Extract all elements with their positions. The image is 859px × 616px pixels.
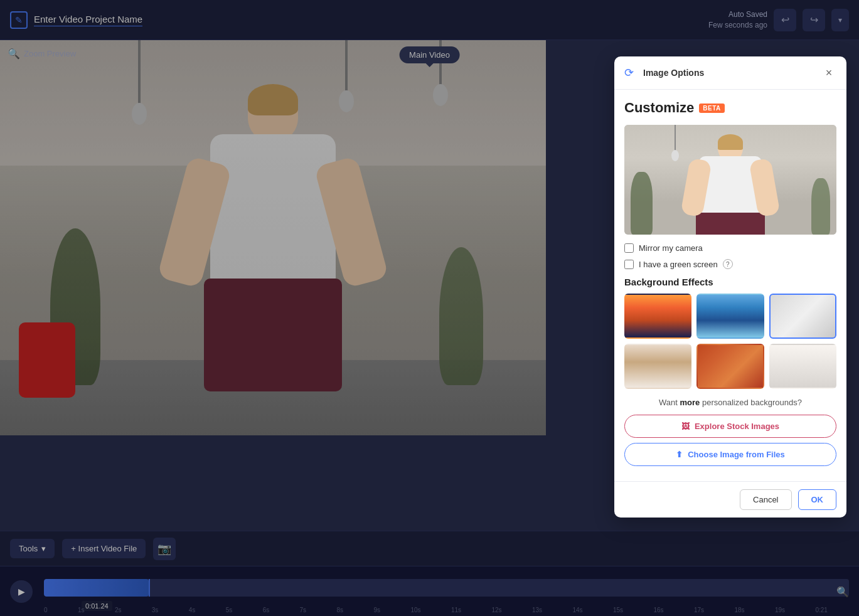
modal-body: Customize BETA (614, 90, 846, 481)
explore-icon: 🖼 (681, 422, 690, 431)
chevron-right-icon: ❯❯ (845, 283, 846, 292)
modal-close-button[interactable]: × (821, 65, 836, 80)
personalized-suffix: personalized backgrounds? (700, 398, 802, 407)
green-screen-label[interactable]: I have a green screen (639, 260, 718, 269)
modal-header-icon: ⟳ (624, 66, 638, 80)
explore-stock-button[interactable]: 🖼 Explore Stock Images (624, 415, 836, 438)
green-screen-help-icon[interactable]: ? (723, 259, 733, 269)
personalized-bold: more (680, 398, 700, 407)
modal-preview-image (624, 125, 836, 235)
bg-effects-title: Background Effects (624, 277, 836, 287)
bg-thumb-cityscape[interactable] (624, 294, 691, 339)
choose-file-label: Choose Image from Files (688, 450, 785, 459)
bg-thumb-office[interactable] (769, 294, 836, 339)
personalized-prefix: Want (659, 398, 680, 407)
bg-thumb-minimal[interactable] (769, 344, 836, 389)
green-screen-row: I have a green screen ? (624, 259, 836, 269)
modal-header: ⟳ Image Options × (614, 56, 846, 90)
green-screen-checkbox[interactable] (624, 260, 634, 269)
bg-thumb-room[interactable] (624, 344, 691, 389)
close-icon: × (826, 66, 833, 80)
mirror-camera-label[interactable]: Mirror my camera (639, 243, 703, 253)
modal-footer: Cancel OK (614, 481, 846, 518)
upload-icon: ⬆ (676, 450, 683, 459)
personalized-text: Want more personalized backgrounds? (624, 398, 836, 407)
bg-thumb-canyon[interactable] (696, 344, 764, 389)
modal-title: Image Options (643, 68, 816, 78)
customize-title: Customize BETA (624, 100, 836, 116)
choose-image-from-files-button[interactable]: ⬆ Choose Image from Files (624, 443, 836, 466)
mirror-camera-row: Mirror my camera (624, 243, 836, 253)
image-options-modal: ⟳ Image Options × Customize BETA (614, 56, 846, 518)
ok-button[interactable]: OK (798, 489, 837, 510)
explore-stock-label: Explore Stock Images (695, 422, 779, 431)
beta-badge: BETA (699, 104, 724, 113)
bg-effects-grid (624, 294, 836, 389)
customize-label: Customize (624, 100, 694, 116)
mirror-camera-checkbox[interactable] (624, 243, 634, 253)
bg-thumb-mountain[interactable] (696, 294, 764, 339)
cancel-button[interactable]: Cancel (740, 489, 791, 510)
